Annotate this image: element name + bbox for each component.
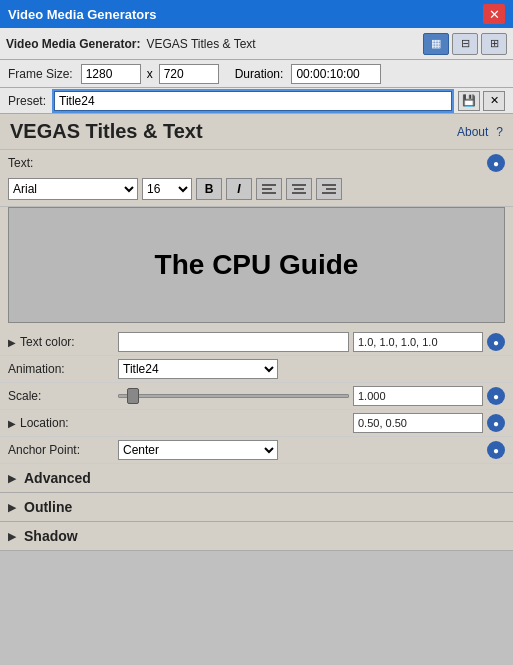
frame-width-input[interactable] — [81, 64, 141, 84]
film-icon-button[interactable]: ▦ — [423, 33, 449, 55]
grid-icon-button[interactable]: ⊞ — [481, 33, 507, 55]
location-value[interactable] — [353, 413, 483, 433]
align-center-button[interactable] — [286, 178, 312, 200]
help-link[interactable]: ? — [496, 125, 503, 139]
text-color-label-text: Text color: — [20, 335, 75, 349]
toolbar-icons: ▦ ⊟ ⊞ — [423, 33, 507, 55]
frame-height-input[interactable] — [159, 64, 219, 84]
anchor-icon[interactable]: ● — [487, 441, 505, 459]
text-label-row: Text: ● — [0, 150, 513, 176]
text-label: Text: — [8, 156, 33, 170]
location-icon[interactable]: ● — [487, 414, 505, 432]
advanced-title: Advanced — [24, 470, 91, 486]
frame-size-label: Frame Size: — [8, 67, 73, 81]
close-button[interactable]: ✕ — [483, 4, 505, 24]
text-color-label: ▶ Text color: — [8, 335, 118, 349]
plugin-title-row: VEGAS Titles & Text About ? — [0, 114, 513, 150]
generator-name: VEGAS Titles & Text — [146, 37, 423, 51]
title-bar: Video Media Generators ✕ — [0, 0, 513, 28]
italic-button[interactable]: I — [226, 178, 252, 200]
shadow-title: Shadow — [24, 528, 78, 544]
preset-row: Preset: 💾 ✕ — [0, 88, 513, 114]
preset-save-button[interactable]: 💾 — [458, 91, 480, 111]
toolbar-row: Video Media Generator: VEGAS Titles & Te… — [0, 28, 513, 60]
scale-slider-wrap — [118, 386, 349, 406]
duration-input[interactable] — [291, 64, 381, 84]
location-label-text: Location: — [20, 416, 69, 430]
font-size-select[interactable]: 16 — [142, 178, 192, 200]
preview-text: The CPU Guide — [155, 249, 359, 281]
shadow-section-header[interactable]: ▶ Shadow — [0, 522, 513, 551]
font-select[interactable]: Arial — [8, 178, 138, 200]
text-color-icon[interactable]: ● — [487, 333, 505, 351]
bold-button[interactable]: B — [196, 178, 222, 200]
preset-buttons: 💾 ✕ — [458, 91, 505, 111]
preset-input[interactable] — [54, 91, 452, 111]
preset-close-button[interactable]: ✕ — [483, 91, 505, 111]
split-icon-button[interactable]: ⊟ — [452, 33, 478, 55]
location-arrow[interactable]: ▶ — [8, 418, 16, 429]
scale-label: Scale: — [8, 389, 118, 403]
outline-section-header[interactable]: ▶ Outline — [0, 493, 513, 522]
frame-x-separator: x — [147, 67, 153, 81]
plugin-title: VEGAS Titles & Text — [10, 120, 203, 143]
scale-thumb[interactable] — [127, 388, 139, 404]
plugin-title-links: About ? — [457, 125, 503, 139]
text-color-value[interactable] — [353, 332, 483, 352]
animation-row: Animation: Title24 None Fly In — [0, 356, 513, 383]
title-bar-text: Video Media Generators — [8, 7, 157, 22]
about-link[interactable]: About — [457, 125, 488, 139]
preview-area: The CPU Guide — [8, 207, 505, 323]
anchor-point-row: Anchor Point: Center Top Left Top Right … — [0, 437, 513, 464]
frame-size-row: Frame Size: x Duration: — [0, 60, 513, 88]
main-content: VEGAS Titles & Text About ? Text: ● Aria… — [0, 114, 513, 551]
text-icon[interactable]: ● — [487, 154, 505, 172]
text-color-row: ▶ Text color: ● — [0, 329, 513, 356]
align-right-button[interactable] — [316, 178, 342, 200]
advanced-arrow: ▶ — [8, 472, 16, 485]
text-color-arrow[interactable]: ▶ — [8, 337, 16, 348]
outline-arrow: ▶ — [8, 501, 16, 514]
scale-icon[interactable]: ● — [487, 387, 505, 405]
scale-row: Scale: ● — [0, 383, 513, 410]
formatting-row: Arial 16 B I — [0, 176, 513, 207]
location-label: ▶ Location: — [8, 416, 118, 430]
color-swatch[interactable] — [118, 332, 349, 352]
duration-label: Duration: — [235, 67, 284, 81]
align-left-button[interactable] — [256, 178, 282, 200]
generator-label: Video Media Generator: — [6, 37, 140, 51]
animation-select[interactable]: Title24 None Fly In — [118, 359, 278, 379]
animation-label: Animation: — [8, 362, 118, 376]
anchor-point-label: Anchor Point: — [8, 443, 118, 457]
scale-value[interactable] — [353, 386, 483, 406]
anchor-point-select[interactable]: Center Top Left Top Right Bottom Left Bo… — [118, 440, 278, 460]
advanced-section-header[interactable]: ▶ Advanced — [0, 464, 513, 493]
shadow-arrow: ▶ — [8, 530, 16, 543]
preset-label: Preset: — [8, 94, 46, 108]
outline-title: Outline — [24, 499, 72, 515]
location-row: ▶ Location: ● — [0, 410, 513, 437]
scale-track — [118, 394, 349, 398]
